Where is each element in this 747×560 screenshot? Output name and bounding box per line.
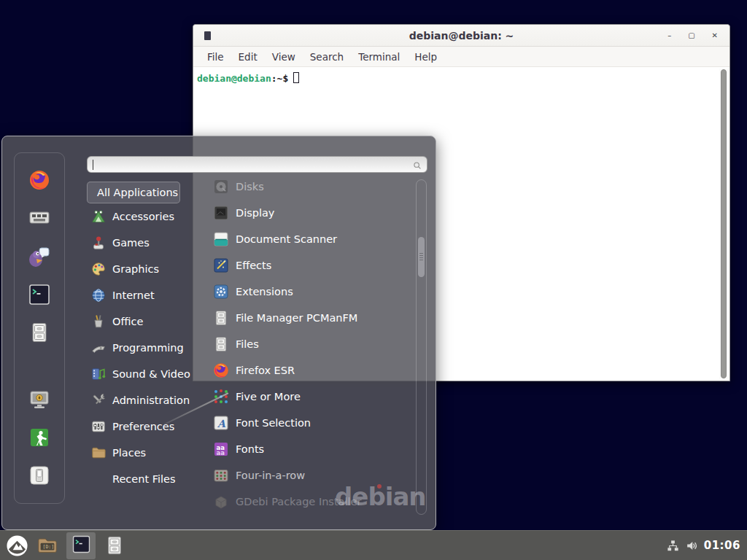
terminal-menubar: FileEditViewSearchTerminalHelp	[193, 47, 729, 67]
category-office[interactable]: Office	[90, 311, 206, 332]
app-item-effects[interactable]: Effects	[212, 254, 414, 276]
category-label: Programming	[112, 342, 184, 354]
category-programming[interactable]: Programming	[90, 337, 206, 359]
four-in-a-row-icon	[212, 467, 230, 484]
close-button[interactable]: ✕	[712, 32, 718, 39]
display-icon	[212, 204, 230, 222]
app-item-document-scanner[interactable]: Document Scanner	[212, 228, 414, 250]
software-icon	[28, 219, 51, 233]
network-icon	[666, 542, 680, 556]
favorite-lock-screen[interactable]	[28, 388, 51, 411]
firefox-icon	[212, 362, 230, 379]
fonts-icon: aaaa	[212, 440, 230, 458]
gdebi-icon	[212, 493, 230, 510]
category-games[interactable]: Games	[90, 232, 206, 254]
pidgin-icon	[28, 257, 51, 271]
app-item-gdebi-package-installer[interactable]: GDebi Package Installer	[212, 491, 414, 513]
app-label: Extensions	[236, 286, 293, 298]
maximize-button[interactable]: ▢	[688, 32, 694, 39]
app-item-font-selection[interactable]: AFont Selection	[212, 412, 414, 434]
app-label: File Manager PCManFM	[236, 312, 357, 324]
minimize-button[interactable]: –	[667, 32, 671, 39]
font-selection-icon: A	[212, 414, 230, 432]
terminal-icon	[71, 534, 91, 557]
games-icon	[90, 235, 107, 251]
terminal-titlebar[interactable]: debian@debian: ~ – ▢ ✕	[193, 25, 729, 47]
app-list-scrollbar[interactable]	[416, 179, 427, 515]
launcher-files[interactable]	[104, 534, 125, 556]
app-item-disks[interactable]: Disks	[212, 176, 414, 198]
app-item-display[interactable]: Display	[212, 202, 414, 224]
preferences-icon	[90, 419, 107, 435]
terminal-menu-help[interactable]: Help	[407, 51, 444, 63]
category-label: Administration	[112, 394, 190, 406]
launcher-file-manager-d[interactable]: [D:]	[36, 534, 58, 556]
category-label: Games	[112, 237, 150, 249]
text-caret	[93, 160, 93, 170]
prompt-user-host: debian@debian	[197, 73, 271, 84]
category-places[interactable]: Places	[90, 442, 206, 464]
app-label: Four-in-a-row	[236, 470, 305, 481]
office-icon	[90, 314, 107, 330]
category-label: Accessories	[112, 211, 174, 222]
category-internet[interactable]: Internet	[90, 284, 206, 306]
volume-icon	[685, 542, 699, 556]
svg-text:[D:]: [D:]	[42, 544, 54, 550]
category-administration[interactable]: Administration	[90, 389, 206, 411]
file-cabinet-icon	[28, 333, 51, 347]
extensions-icon	[212, 283, 230, 300]
app-item-files[interactable]: Files	[212, 333, 414, 355]
app-item-firefox-esr[interactable]: Firefox ESR	[212, 359, 414, 381]
places-icon	[90, 445, 107, 461]
accessories-icon	[90, 209, 107, 225]
app-list-scrollbar-thumb[interactable]	[418, 237, 425, 277]
terminal-menu-terminal[interactable]: Terminal	[351, 51, 407, 63]
app-item-four-in-a-row[interactable]: Four-in-a-row	[212, 464, 414, 486]
disks-icon	[212, 178, 230, 195]
app-item-extensions[interactable]: Extensions	[212, 281, 414, 303]
menu-button[interactable]	[6, 534, 28, 557]
lock-screen-icon	[28, 400, 51, 414]
category-label: Graphics	[112, 263, 159, 275]
app-item-fonts[interactable]: aaaaFonts	[212, 438, 414, 460]
folder-d-icon: [D:]	[36, 545, 58, 559]
favorite-terminal[interactable]	[28, 283, 51, 306]
window-list-terminal[interactable]	[66, 532, 96, 559]
favorite-log-out[interactable]	[28, 426, 51, 449]
favorite-pidgin[interactable]	[28, 245, 51, 268]
prompt-suffix: :~$	[271, 73, 288, 84]
taskbar: [D:] 01:06	[0, 530, 747, 560]
app-item-file-manager-pcmanfm[interactable]: File Manager PCManFM	[212, 307, 414, 329]
terminal-scrollbar[interactable]	[719, 69, 728, 379]
terminal-scrollbar-thumb[interactable]	[721, 69, 727, 378]
category-graphics[interactable]: Graphics	[90, 258, 206, 280]
terminal-menu-search[interactable]: Search	[303, 51, 351, 63]
category-recent-files[interactable]: Recent Files	[90, 468, 206, 490]
search-icon	[412, 160, 422, 170]
app-label: Font Selection	[236, 417, 311, 429]
favorites-sidebar	[14, 152, 65, 504]
volume-icon[interactable]	[685, 539, 699, 553]
favorite-shut-down[interactable]	[28, 464, 51, 487]
category-all-applications[interactable]: All Applications	[87, 182, 180, 203]
terminal-menu-edit[interactable]: Edit	[231, 51, 265, 63]
category-sound-video[interactable]: Sound & Video	[90, 363, 206, 385]
category-preferences[interactable]: Preferences	[90, 416, 206, 438]
favorite-software-manager[interactable]	[28, 206, 51, 230]
category-label: Sound & Video	[112, 368, 190, 380]
network-icon[interactable]	[666, 539, 680, 553]
category-accessories[interactable]: Accessories	[90, 206, 206, 228]
search-input[interactable]	[87, 156, 427, 173]
administration-icon	[90, 392, 107, 408]
terminal-menu-file[interactable]: File	[200, 51, 231, 63]
app-item-five-or-more[interactable]: Five or More	[212, 386, 414, 408]
app-label: Disks	[236, 181, 264, 192]
firefox-icon	[28, 181, 51, 195]
application-menu: debian All ApplicationsAccessoriesGamesG…	[1, 136, 436, 530]
category-label: Places	[112, 447, 146, 459]
search-icon	[412, 160, 422, 174]
favorite-files[interactable]	[28, 321, 51, 344]
favorite-firefox[interactable]	[28, 168, 51, 192]
taskbar-clock[interactable]: 01:06	[704, 539, 740, 552]
terminal-menu-view[interactable]: View	[265, 51, 303, 63]
